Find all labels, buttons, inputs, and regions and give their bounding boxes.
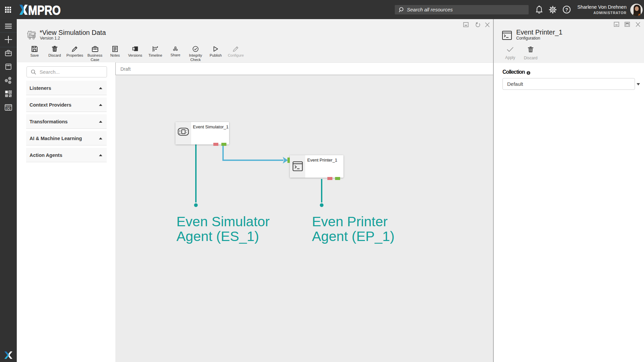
svg-text:?: ?	[565, 7, 568, 12]
svg-text:(X): (X)	[6, 107, 10, 110]
svg-text:MPRO: MPRO	[28, 3, 61, 16]
